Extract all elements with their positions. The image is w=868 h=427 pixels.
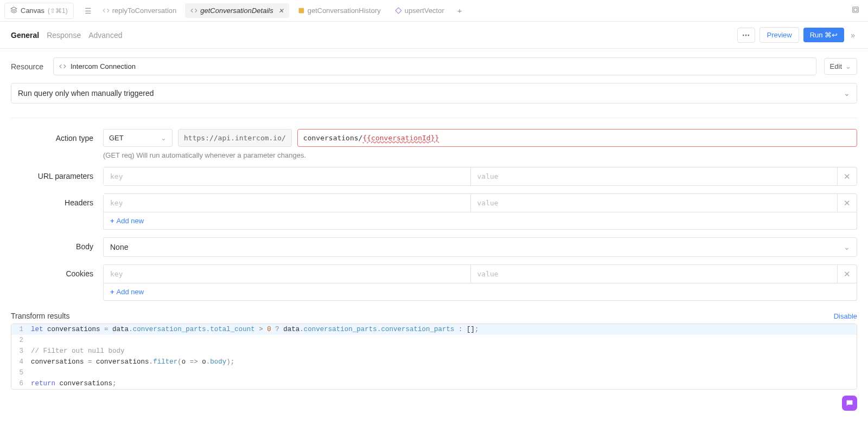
svg-rect-2 <box>854 8 857 11</box>
path-input[interactable]: conversations/{{conversationId}} <box>297 129 857 147</box>
body-value: None <box>110 243 128 251</box>
chevron-down-icon: ⌄ <box>161 134 167 142</box>
chevron-down-icon: ⌄ <box>845 62 851 70</box>
remove-row-icon[interactable]: ✕ <box>837 265 857 283</box>
add-cookie-button[interactable]: +Add new <box>103 283 857 301</box>
diamond-icon <box>395 7 402 14</box>
svg-rect-0 <box>298 8 304 14</box>
headers-label: Headers <box>11 193 103 207</box>
disable-link[interactable]: Disable <box>834 312 857 320</box>
base-url: https://api.intercom.io/ <box>178 129 292 147</box>
url-params-kv-row: ✕ <box>103 167 857 186</box>
tab-getConversationHistory[interactable]: getConversationHistory <box>292 3 386 18</box>
url-param-value-input[interactable] <box>471 167 838 185</box>
action-type-label: Action type <box>11 129 103 143</box>
divider <box>11 118 857 118</box>
chevron-down-icon: ⌄ <box>844 243 850 251</box>
cookie-value-input[interactable] <box>471 265 838 283</box>
top-tab-bar: Canvas (⇧⌘1) ☰ replyToConversation getCo… <box>0 0 868 22</box>
edit-label: Edit <box>830 62 842 70</box>
more-button[interactable]: ⋯ <box>737 28 755 43</box>
url-param-key-input[interactable] <box>104 167 470 185</box>
js-icon <box>298 7 305 14</box>
edit-button[interactable]: Edit ⌄ <box>824 58 857 75</box>
canvas-shortcut: (⇧⌘1) <box>48 7 68 15</box>
method-value: GET <box>109 134 124 142</box>
header-key-input[interactable] <box>104 194 470 212</box>
hamburger-icon[interactable]: ☰ <box>85 7 92 15</box>
trigger-select[interactable]: Run query only when manually triggered ⌄ <box>11 83 857 103</box>
add-header-button[interactable]: +Add new <box>103 212 857 230</box>
body-label: Body <box>11 237 103 251</box>
add-tab-icon[interactable]: + <box>453 4 467 17</box>
canvas-button[interactable]: Canvas (⇧⌘1) <box>4 3 74 19</box>
canvas-label: Canvas <box>21 7 44 15</box>
cookie-key-input[interactable] <box>104 265 470 283</box>
collapse-icon[interactable] <box>847 4 864 17</box>
resource-label: Resource <box>11 62 46 71</box>
plus-icon: + <box>110 217 114 225</box>
code-icon <box>103 7 110 14</box>
tab-getConversationDetails[interactable]: getConversationDetails ✕ <box>185 3 289 18</box>
action-hint: (GET req) Will run automatically wheneve… <box>103 151 857 159</box>
resource-name: Intercom Connection <box>71 62 136 70</box>
plus-icon: + <box>110 288 114 296</box>
tab-advanced[interactable]: Advanced <box>88 31 122 40</box>
add-new-label: Add new <box>117 217 144 225</box>
chevron-down-icon: ⌄ <box>844 89 850 98</box>
close-icon[interactable]: ✕ <box>278 7 284 15</box>
url-params-label: URL parameters <box>11 167 103 180</box>
sub-tab-bar: General Response Advanced ⋯ Preview Run … <box>0 22 868 49</box>
layers-icon <box>10 7 17 15</box>
tab-label: getConversationDetails <box>200 7 273 15</box>
trigger-text: Run query only when manually triggered <box>18 89 154 98</box>
resource-row: Resource Intercom Connection Edit ⌄ <box>11 57 857 75</box>
headers-kv-row: ✕ <box>103 193 857 212</box>
tab-response[interactable]: Response <box>47 31 81 40</box>
tab-general[interactable]: General <box>11 31 39 40</box>
header-value-input[interactable] <box>471 194 838 212</box>
cookies-kv-row: ✕ <box>103 264 857 283</box>
svg-rect-1 <box>853 7 859 13</box>
preview-button[interactable]: Preview <box>760 27 799 43</box>
run-button[interactable]: Run ⌘↩ <box>803 28 844 42</box>
transform-title: Transform results <box>11 312 69 320</box>
method-select[interactable]: GET ⌄ <box>103 129 173 147</box>
code-icon <box>190 7 197 14</box>
resource-select[interactable]: Intercom Connection <box>53 57 816 75</box>
tab-label: getConversationHistory <box>308 7 381 15</box>
code-editor[interactable]: 1let conversations = data.conversation_p… <box>11 324 857 390</box>
tab-upsertVector[interactable]: upsertVector <box>390 3 450 18</box>
cookies-label: Cookies <box>11 264 103 278</box>
path-static: conversations/ <box>303 134 363 142</box>
remove-row-icon[interactable]: ✕ <box>837 167 857 185</box>
tab-replyToConversation[interactable]: replyToConversation <box>97 3 182 18</box>
code-icon <box>59 63 66 70</box>
add-new-label: Add new <box>117 288 144 296</box>
tab-label: upsertVector <box>405 7 444 15</box>
remove-row-icon[interactable]: ✕ <box>837 194 857 212</box>
help-chat-icon[interactable] <box>842 396 857 398</box>
body-select[interactable]: None ⌄ <box>103 237 857 257</box>
transform-header: Transform results Disable <box>11 312 857 320</box>
chevron-right-icon[interactable]: » <box>848 29 857 42</box>
path-template-var: {{conversationId}} <box>362 134 439 142</box>
tab-label: replyToConversation <box>112 7 177 15</box>
